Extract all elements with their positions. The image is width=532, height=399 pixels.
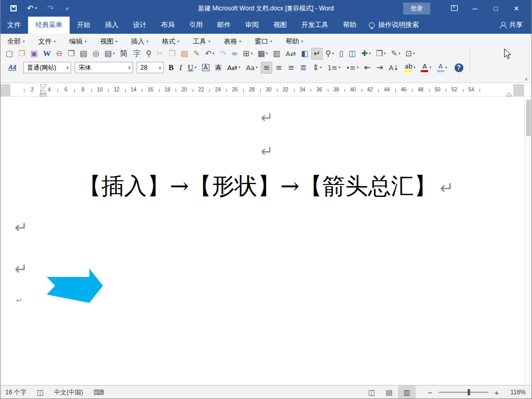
tab-插入[interactable]: 插入: [98, 17, 126, 34]
menu-文件[interactable]: 文件▾: [38, 37, 56, 46]
menu-表格[interactable]: 表格▾: [224, 37, 242, 46]
read-mode-button[interactable]: ◫: [363, 385, 380, 399]
tab-审阅[interactable]: 审阅: [238, 17, 266, 34]
spell-check-button[interactable]: 字: [130, 48, 143, 60]
menu-编辑[interactable]: 编辑▾: [69, 37, 87, 46]
horizontal-ruler[interactable]: 2468101214161820222426283032343638404244…: [0, 84, 532, 97]
tab-file[interactable]: 文件: [0, 17, 28, 34]
increase-indent-button[interactable]: ⇥: [374, 62, 386, 74]
chevron-down-icon[interactable]: ▾: [256, 65, 258, 70]
chevron-down-icon[interactable]: ▾: [332, 51, 334, 56]
new-comment-button[interactable]: ✚▾: [358, 48, 373, 60]
paste-button[interactable]: ▤: [178, 48, 191, 60]
ime-mode-icon[interactable]: ⌨: [94, 388, 104, 396]
language-indicator[interactable]: 中文(中国): [54, 388, 83, 397]
save-button[interactable]: ▣: [28, 48, 41, 60]
tab-设计[interactable]: 设计: [126, 17, 154, 34]
tab-经典菜单[interactable]: 经典菜单: [28, 17, 70, 34]
scrollbar-thumb[interactable]: [526, 100, 531, 136]
tab-视图[interactable]: 视图: [266, 17, 294, 34]
save-button[interactable]: [10, 5, 17, 11]
chevron-down-icon[interactable]: ▾: [445, 65, 447, 70]
menu-工具[interactable]: 工具▾: [193, 37, 210, 46]
menu-插入[interactable]: 插入▾: [131, 37, 149, 46]
customize-qat-button[interactable]: ▿: [64, 6, 69, 11]
chevron-down-icon[interactable]: ▾: [266, 51, 268, 56]
ribbon-display-options-button[interactable]: [444, 5, 464, 12]
tab-引用[interactable]: 引用: [182, 17, 210, 34]
character-border-button[interactable]: A: [200, 62, 212, 74]
align-left-button[interactable]: ≡: [261, 62, 273, 74]
navigation-pane-button[interactable]: ◧: [299, 48, 311, 60]
numbering-button[interactable]: 1≡▾: [325, 62, 343, 74]
insert-field-button[interactable]: ⊡▾: [403, 48, 417, 60]
apply-font-style-button[interactable]: A▾: [434, 62, 450, 74]
tab-布局[interactable]: 布局: [154, 17, 182, 34]
zoom-slider[interactable]: [438, 392, 488, 393]
font-color-button[interactable]: A▾: [418, 62, 434, 74]
columns-button[interactable]: ▥: [271, 48, 283, 60]
highlight-color-button[interactable]: ab▾: [402, 62, 418, 74]
print-preview-button[interactable]: ◎: [90, 48, 102, 60]
line-spacing-button[interactable]: ⇕▾: [310, 62, 324, 74]
menu-窗口[interactable]: 窗口▾: [255, 37, 272, 46]
chevron-down-icon[interactable]: ▾: [250, 51, 252, 56]
close-button[interactable]: ✕: [506, 5, 527, 12]
indent-marker-left[interactable]: [38, 84, 48, 97]
read-layout-button[interactable]: ◫: [346, 48, 358, 60]
tell-me-search[interactable]: 操作说明搜索: [364, 17, 424, 34]
share-button[interactable]: 共享: [490, 17, 532, 34]
full-screen-view-button[interactable]: ▯: [337, 48, 346, 60]
new-document-button[interactable]: ▢: [3, 48, 16, 60]
menu-全部[interactable]: 全部▾: [7, 37, 25, 46]
change-case-button[interactable]: Aa▾: [243, 62, 260, 74]
chevron-down-icon[interactable]: ▾: [338, 65, 340, 70]
word-count[interactable]: 16 个字: [5, 388, 26, 397]
chevron-down-icon[interactable]: ▾: [194, 65, 196, 70]
chinese-convert-button[interactable]: 简: [117, 48, 130, 60]
style-combo[interactable]: 普通(网站)∨: [23, 62, 71, 73]
align-right-button[interactable]: ≡: [285, 62, 297, 74]
zoom-button[interactable]: ⚲▾: [323, 48, 337, 60]
chevron-down-icon[interactable]: ▾: [413, 51, 415, 56]
zoom-in-button[interactable]: +: [494, 388, 500, 397]
indent-marker-right[interactable]: [505, 90, 514, 97]
help-button[interactable]: ?: [450, 62, 466, 74]
align-center-button[interactable]: ≡: [273, 62, 285, 74]
borders-button[interactable]: ⊞▾: [241, 48, 255, 60]
distribute-text-button[interactable]: ≣: [298, 62, 310, 74]
open-folder-button[interactable]: ❒: [16, 48, 28, 60]
menu-帮助[interactable]: 帮助▾: [286, 37, 303, 46]
word-export-button[interactable]: W: [41, 48, 54, 60]
underline-button[interactable]: U▾: [185, 62, 198, 74]
chevron-down-icon[interactable]: ▾: [384, 51, 386, 56]
character-shading-button[interactable]: A: [212, 62, 224, 74]
chevron-down-icon[interactable]: ∨: [158, 65, 162, 70]
format-painter-button[interactable]: ✎: [191, 48, 203, 60]
copy-page-button[interactable]: ❐: [65, 48, 77, 60]
hyperlink-button[interactable]: ∞: [229, 48, 241, 60]
proofing-icon[interactable]: ◫: [37, 388, 44, 396]
menu-视图[interactable]: 视图▾: [100, 37, 118, 46]
chevron-down-icon[interactable]: ∨: [66, 65, 70, 70]
formatting-marks-button[interactable]: ↵: [311, 48, 323, 60]
zoom-slider-thumb[interactable]: [468, 389, 470, 395]
track-changes-button[interactable]: ✎▾: [388, 48, 403, 60]
tab-开发工具[interactable]: 开发工具: [294, 17, 336, 34]
collapse-ribbon-icon[interactable]: ∧: [524, 76, 528, 82]
chevron-down-icon[interactable]: ▾: [113, 51, 115, 56]
chevron-down-icon[interactable]: ▾: [369, 51, 371, 56]
print-layout-button[interactable]: ▤: [380, 385, 398, 399]
find-button[interactable]: ⚲: [143, 48, 154, 60]
font-size-combo[interactable]: 28∨: [137, 62, 164, 73]
document-canvas[interactable]: ↵ ↵ 【插入】→【形状】→【箭头总汇】↵ ↵ ↵ ↵: [0, 97, 532, 384]
sort-button[interactable]: A↓: [386, 62, 402, 74]
tab-开始[interactable]: 开始: [70, 17, 98, 34]
character-scale-button[interactable]: A⇄▾: [224, 62, 243, 74]
vertical-scrollbar[interactable]: [524, 97, 532, 384]
menu-格式[interactable]: 格式▾: [162, 37, 180, 46]
maximize-button[interactable]: □: [485, 5, 506, 12]
print-options-button[interactable]: ▤▾: [102, 48, 117, 60]
notched-right-arrow-shape[interactable]: [47, 269, 103, 303]
bullets-button[interactable]: •≡▾: [343, 62, 361, 74]
